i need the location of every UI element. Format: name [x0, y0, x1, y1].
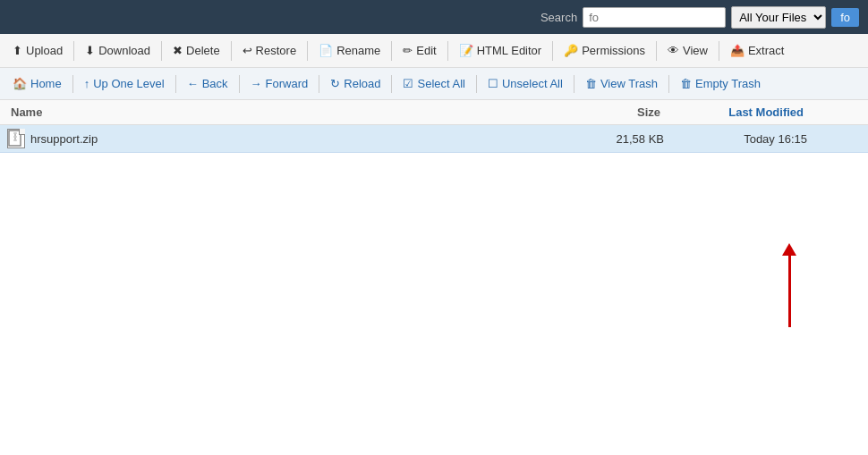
- toolbar-separator-5: [391, 41, 392, 61]
- column-name-header: Name: [7, 104, 574, 121]
- select-all-icon: ☑: [403, 77, 413, 90]
- extract-icon: 📤: [730, 44, 745, 57]
- up-one-level-button[interactable]: ↑ Up One Level: [77, 74, 172, 93]
- html-editor-button[interactable]: 📝 HTML Editor: [452, 40, 549, 61]
- search-input[interactable]: [583, 7, 726, 28]
- navbar: 🏠 Home ↑ Up One Level ← Back → Forward ↻…: [0, 68, 868, 100]
- nav-separator: [72, 75, 73, 93]
- restore-button[interactable]: ↩ Restore: [235, 40, 304, 61]
- unselect-all-icon: ☐: [488, 77, 498, 90]
- forward-icon: →: [251, 77, 262, 90]
- toolbar-separator: [73, 41, 74, 61]
- zip-file-icon: [7, 129, 25, 148]
- nav-separator-4: [319, 75, 319, 93]
- unselect-all-label: Unselect All: [502, 77, 563, 90]
- nav-separator-8: [668, 75, 669, 93]
- search-scope-select[interactable]: All Your Files: [731, 6, 826, 29]
- reload-label: Reload: [344, 77, 380, 90]
- back-label: Back: [202, 77, 228, 90]
- nav-separator-3: [239, 75, 240, 93]
- arrow-shaft: [788, 256, 791, 327]
- content-area: Name Size Last Modified h: [0, 100, 868, 455]
- upload-button[interactable]: ⬆ Upload: [5, 40, 70, 61]
- rename-button[interactable]: 📄 Rename: [311, 40, 387, 61]
- toolbar-separator-3: [231, 41, 232, 61]
- restore-icon: ↩: [243, 44, 252, 57]
- svg-rect-2: [13, 132, 17, 134]
- select-all-label: Select All: [417, 77, 464, 90]
- delete-label: Delete: [186, 44, 220, 57]
- toolbar-separator-6: [447, 41, 448, 61]
- column-permissions-header: [807, 104, 861, 121]
- unselect-all-button[interactable]: ☐ Unselect All: [481, 74, 570, 93]
- file-name-cell: hrsupport.zip: [7, 129, 574, 148]
- restore-label: Restore: [256, 44, 297, 57]
- file-list: Name Size Last Modified h: [0, 100, 868, 153]
- up-one-level-label: Up One Level: [93, 77, 165, 90]
- nav-separator-7: [574, 75, 574, 93]
- toolbar: ⬆ Upload ⬇ Download ✖ Delete ↩ Restore 📄…: [0, 34, 868, 68]
- html-editor-label: HTML Editor: [477, 44, 541, 57]
- file-list-header: Name Size Last Modified: [0, 100, 868, 125]
- extract-button[interactable]: 📤 Extract: [723, 40, 791, 61]
- html-editor-icon: 📝: [459, 44, 473, 57]
- empty-trash-button[interactable]: 🗑 Empty Trash: [673, 74, 768, 93]
- home-label: Home: [30, 77, 62, 90]
- delete-icon: ✖: [173, 44, 183, 57]
- nav-separator-2: [175, 75, 176, 93]
- nav-separator-5: [391, 75, 392, 93]
- upload-icon: ⬆: [13, 44, 22, 57]
- permissions-label: Permissions: [582, 44, 645, 57]
- view-icon: 👁: [668, 44, 679, 57]
- red-arrow-annotation: [782, 243, 796, 327]
- download-label: Download: [98, 44, 150, 57]
- home-icon: 🏠: [13, 77, 27, 90]
- back-button[interactable]: ← Back: [180, 74, 235, 93]
- up-one-level-icon: ↑: [84, 77, 90, 90]
- search-label: Search: [540, 11, 577, 24]
- view-trash-button[interactable]: 🗑 View Trash: [578, 74, 665, 93]
- svg-rect-4: [13, 139, 17, 141]
- view-trash-label: View Trash: [600, 77, 658, 90]
- edit-icon: ✏: [403, 44, 413, 57]
- edit-label: Edit: [416, 44, 436, 57]
- upload-label: Upload: [26, 44, 63, 57]
- file-name: hrsupport.zip: [30, 132, 98, 146]
- arrow-head: [782, 243, 796, 256]
- delete-button[interactable]: ✖ Delete: [166, 40, 227, 61]
- back-icon: ←: [187, 77, 199, 90]
- file-size-cell: 21,58 KB: [574, 132, 664, 146]
- reload-button[interactable]: ↻ Reload: [323, 74, 387, 93]
- select-all-button[interactable]: ☑ Select All: [396, 74, 472, 93]
- toolbar-separator-2: [161, 41, 162, 61]
- svg-marker-1: [21, 131, 23, 133]
- nav-separator-6: [476, 75, 477, 93]
- download-button[interactable]: ⬇ Download: [78, 40, 157, 61]
- toolbar-separator-4: [307, 41, 308, 61]
- rename-label: Rename: [336, 44, 380, 57]
- home-button[interactable]: 🏠 Home: [5, 74, 69, 93]
- view-label: View: [683, 44, 708, 57]
- rename-icon: 📄: [319, 44, 333, 57]
- download-icon: ⬇: [85, 44, 95, 57]
- permissions-button[interactable]: 🔑 Permissions: [557, 40, 652, 61]
- forward-label: Forward: [266, 77, 309, 90]
- search-bar: Search All Your Files fo: [0, 0, 868, 34]
- edit-button[interactable]: ✏ Edit: [396, 40, 443, 61]
- search-go-button[interactable]: fo: [831, 8, 859, 27]
- svg-rect-5: [14, 134, 16, 136]
- column-size-header: Size: [574, 104, 664, 121]
- toolbar-separator-8: [656, 41, 657, 61]
- column-modified-header: Last Modified: [664, 104, 807, 121]
- reload-icon: ↻: [330, 77, 340, 90]
- svg-rect-3: [13, 136, 17, 138]
- empty-trash-label: Empty Trash: [695, 77, 761, 90]
- empty-trash-icon: 🗑: [680, 77, 692, 90]
- forward-button[interactable]: → Forward: [243, 74, 316, 93]
- view-trash-icon: 🗑: [585, 77, 597, 90]
- svg-rect-6: [14, 138, 16, 139]
- toolbar-separator-9: [719, 41, 719, 61]
- permissions-icon: 🔑: [564, 44, 578, 57]
- view-button[interactable]: 👁 View: [660, 40, 715, 61]
- table-row[interactable]: hrsupport.zip 21,58 KB Today 16:15: [0, 125, 868, 153]
